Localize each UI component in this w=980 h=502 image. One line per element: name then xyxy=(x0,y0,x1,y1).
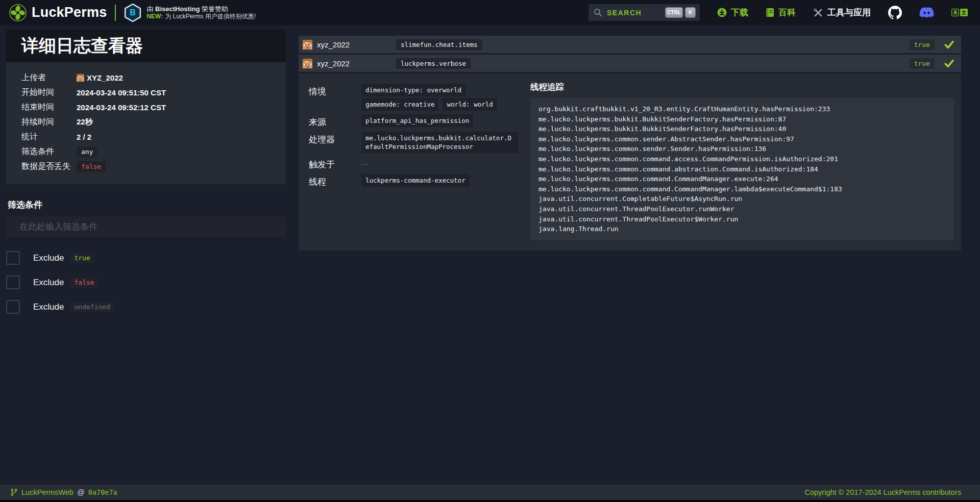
check-icon xyxy=(944,39,954,50)
meta-row: 筛选条件any xyxy=(21,144,278,159)
detail-field: 触发于 — xyxy=(309,157,524,170)
trace-line: me.lucko.luckperms.bukkit.BukkitSenderFa… xyxy=(538,124,946,134)
meta-label: 统计 xyxy=(21,132,77,142)
trace-line: java.lang.Thread.run xyxy=(538,224,946,234)
detail-field: 线程 luckperms-command-executor xyxy=(309,174,524,188)
log-row-permission: slimefun.cheat.items xyxy=(396,39,482,50)
meta-label: 持续时间 xyxy=(21,117,77,128)
exclude-toggle-true[interactable]: Exclude true xyxy=(6,251,286,265)
trace-line: java.util.concurrent.ThreadPoolExecutor.… xyxy=(538,204,946,214)
translate-link[interactable]: A 文 xyxy=(951,9,968,16)
detail-value: gamemode: creative xyxy=(361,98,438,111)
trace-line: me.lucko.luckperms.bukkit.BukkitSenderFa… xyxy=(538,114,946,124)
search-label: SEARCH xyxy=(607,9,642,17)
detail-field-label: 触发于 xyxy=(309,157,361,170)
github-link[interactable] xyxy=(888,6,902,19)
meta-label: 筛选条件 xyxy=(21,146,77,157)
detail-field-label: 处理器 xyxy=(309,132,361,153)
git-branch-icon xyxy=(10,488,18,496)
check-icon xyxy=(944,58,954,69)
exclude-value: false xyxy=(70,277,98,288)
meta-value: 22秒 xyxy=(77,117,93,127)
exclude-label: Exclude xyxy=(33,302,64,312)
discord-link[interactable] xyxy=(919,7,934,19)
trace-line: me.lucko.luckperms.common.sender.Abstrac… xyxy=(538,134,946,144)
detail-field: 来源 platform_api_has_permission xyxy=(309,114,524,128)
meta-row: 统计2 / 2 xyxy=(21,130,278,144)
top-navbar: LuckPerms B 由 BisectHosting 荣誉赞助 NEW:为 L… xyxy=(0,0,980,25)
download-icon xyxy=(717,8,727,17)
brand-name: LuckPerms xyxy=(32,5,107,20)
translate-icon-a: A xyxy=(951,9,959,16)
meta-label: 数据是否丢失 xyxy=(21,161,77,172)
footer-app-link[interactable]: LuckPermsWeb xyxy=(21,488,74,496)
brand[interactable]: LuckPerms xyxy=(9,4,107,21)
exclude-value: undefined xyxy=(70,302,114,312)
session-meta-panel: 上传者 XYZ_2022开始时间2024-03-24 09:51:50 CST结… xyxy=(6,62,286,184)
sidebar: 详细日志查看器 上传者 XYZ_2022开始时间2024-03-24 09:51… xyxy=(6,30,286,324)
meta-value: 2 / 2 xyxy=(77,133,91,141)
trace-line: me.lucko.luckperms.common.sender.Sender.… xyxy=(538,144,946,154)
detail-field-label: 线程 xyxy=(309,174,361,188)
trace-line: me.lucko.luckperms.common.command.Comman… xyxy=(538,174,946,184)
exclude-toggle-false[interactable]: Exclude false xyxy=(6,275,286,289)
checkbox[interactable] xyxy=(6,275,20,289)
sponsor-banner[interactable]: B 由 BisectHosting 荣誉赞助 NEW:为 LuckPerms 用… xyxy=(124,4,256,22)
log-row-user: xyz_2022 xyxy=(317,40,396,49)
log-row[interactable]: xyz_2022 slimefun.cheat.items true xyxy=(299,36,961,53)
sponsor-line1: 由 BisectHosting 荣誉赞助 xyxy=(146,5,256,13)
meta-row: 结束时间2024-03-24 09:52:12 CST xyxy=(21,100,278,115)
search-input[interactable]: SEARCH CTRL K xyxy=(589,4,700,21)
filter-input[interactable] xyxy=(6,216,286,237)
page-title: 详细日志查看器 xyxy=(6,30,286,62)
footer-copyright: Copyright © 2017-2024 LuckPerms contribu… xyxy=(805,488,961,496)
luckperms-logo-icon xyxy=(9,4,27,21)
ctrl-key-badge: CTRL xyxy=(665,7,683,18)
log-row[interactable]: xyz_2022 luckperms.verbose true xyxy=(299,55,961,72)
meta-label: 结束时间 xyxy=(21,102,77,113)
meta-code-value: false xyxy=(77,161,106,172)
log-row-result: true xyxy=(910,39,935,50)
meta-value: 2024-03-24 09:52:12 CST xyxy=(77,103,166,112)
log-row-user: xyz_2022 xyxy=(317,59,396,68)
nav-link-download[interactable]: 下载 xyxy=(717,7,748,18)
detail-value: me.lucko.luckperms.bukkit.calculator.Def… xyxy=(361,132,519,153)
trace-line: me.lucko.luckperms.common.command.access… xyxy=(538,154,946,164)
player-avatar xyxy=(303,40,312,49)
svg-text:B: B xyxy=(130,8,136,17)
trace-line: java.util.concurrent.ThreadPoolExecutor$… xyxy=(538,214,946,224)
exclude-label: Exclude xyxy=(33,253,64,263)
detail-empty-value: — xyxy=(361,157,369,168)
trace-line: me.lucko.luckperms.common.command.abstra… xyxy=(538,164,946,174)
detail-fields: 情境 dimension-type: overworldgamemode: cr… xyxy=(309,82,524,240)
bisecthosting-logo-icon: B xyxy=(124,4,141,22)
footer: LuckPermsWeb @ 0a70e7a Copyright © 2017-… xyxy=(0,485,980,500)
checkbox[interactable] xyxy=(6,251,20,265)
log-detail-panel: 情境 dimension-type: overworldgamemode: cr… xyxy=(299,73,961,250)
exclude-label: Exclude xyxy=(33,278,64,288)
detail-value: luckperms-command-executor xyxy=(361,174,470,187)
player-avatar xyxy=(303,59,312,68)
detail-value: dimension-type: overworld xyxy=(361,84,465,96)
exclude-value: true xyxy=(70,253,94,263)
uploader-value: XYZ_2022 xyxy=(77,73,123,82)
detail-field: 处理器 me.lucko.luckperms.bukkit.calculator… xyxy=(309,132,524,153)
nav-link-wiki[interactable]: 百科 xyxy=(766,7,796,18)
exclude-options: Exclude true Exclude false Exclude undef… xyxy=(6,251,286,314)
log-row-result: true xyxy=(910,58,935,69)
exclude-toggle-undefined[interactable]: Exclude undefined xyxy=(6,300,286,314)
trace-line: org.bukkit.craftbukkit.v1_20_R3.entity.C… xyxy=(538,104,946,114)
footer-commit-link[interactable]: 0a70e7a xyxy=(88,488,117,496)
stack-trace: org.bukkit.craftbukkit.v1_20_R3.entity.C… xyxy=(530,98,954,240)
meta-row: 开始时间2024-03-24 09:51:50 CST xyxy=(21,85,278,100)
trace-line: java.util.concurrent.CompletableFuture$A… xyxy=(538,194,946,204)
detail-field-label: 情境 xyxy=(309,84,361,111)
log-list: xyz_2022 slimefun.cheat.items true xyz_2… xyxy=(299,36,961,250)
player-avatar xyxy=(77,74,84,82)
trace-heading: 线程追踪 xyxy=(530,82,954,93)
trace-line: me.lucko.luckperms.common.command.Comman… xyxy=(538,184,946,194)
nav-link-tools[interactable]: 工具与应用 xyxy=(813,7,871,18)
checkbox[interactable] xyxy=(6,300,20,314)
nav-divider xyxy=(115,5,116,21)
meta-code-value: any xyxy=(77,146,97,157)
